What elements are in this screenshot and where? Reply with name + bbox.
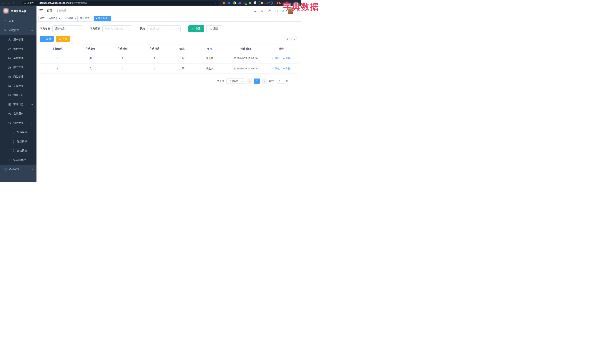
hamburger-icon[interactable] [39, 10, 43, 12]
chevron-down-icon [177, 28, 179, 30]
edit-link[interactable]: 修改 [272, 57, 280, 60]
app-logo-image [3, 8, 9, 14]
sidebar-item-label: 字典管理 [13, 84, 23, 88]
table-tools [284, 36, 298, 42]
header-search-icon[interactable] [253, 9, 257, 12]
edit-icon [272, 57, 274, 59]
sidebar-item-dict-management[interactable]: 字典管理 [0, 81, 36, 91]
browser-forward-icon[interactable]: → [7, 2, 10, 4]
page-suffix-label: 页 [286, 79, 288, 83]
export-button[interactable]: 导出 [56, 36, 70, 42]
dict-name-select[interactable]: 用户性别 [53, 25, 82, 32]
prev-page-button[interactable]: ‹ [247, 79, 252, 84]
sidebar-item-label: 错误码管理 [13, 158, 26, 162]
github-icon[interactable] [260, 9, 264, 12]
table-cell: 2021-01-05 17:03:48 [226, 63, 265, 74]
sidebar-item-notice[interactable]: 通知公告 [0, 91, 36, 100]
toggle-search-button[interactable] [284, 36, 290, 42]
extension-gem-icon[interactable] [228, 1, 231, 5]
sidebar-item-infrastructure[interactable]: 基础设施 [0, 165, 36, 174]
reset-button[interactable]: 重置 [206, 25, 222, 32]
sidebar-item-label: 菜单管理 [13, 56, 23, 60]
browser-home-icon[interactable]: ⌂ [18, 2, 19, 4]
delete-link[interactable]: 删除 [283, 57, 291, 60]
app-logo-row[interactable]: 芋道管理系统 [0, 6, 36, 16]
sidebar-item-audit-log[interactable]: 审计日志 [0, 100, 36, 109]
delete-link[interactable]: 删除 [283, 67, 291, 70]
browser-reload-icon[interactable]: ⟳ [13, 2, 15, 4]
extension-stats-icon[interactable] [238, 1, 241, 5]
url-text[interactable]: dashboard.yudao.iocoder.cn/dict/type/dat… [39, 2, 87, 4]
sidebar-item-dept-management[interactable]: 部门管理 [0, 63, 36, 72]
extension-check-icon[interactable]: ✓ [233, 1, 236, 5]
sidebar-item-home[interactable]: 首页 [0, 16, 36, 26]
close-icon[interactable]: × [75, 17, 76, 20]
tag-tab-字典数据[interactable]: 字典数据× [94, 16, 111, 21]
table-cell-actions: 修改删除 [265, 53, 298, 63]
close-icon[interactable]: × [59, 17, 60, 20]
edit-icon [272, 67, 274, 70]
close-icon[interactable]: × [108, 17, 110, 20]
tag-label: 短信日志 [49, 17, 58, 20]
sidebar-item-error-code[interactable]: 错误码管理 [0, 155, 36, 165]
sidebar-item-sms-log[interactable]: 短信日志 [0, 146, 36, 155]
profile-paused-chip[interactable]: 已暂停 [259, 1, 273, 5]
breadcrumb: 首页 / 字典数据 [47, 9, 66, 12]
refresh-icon [210, 28, 212, 30]
user-icon [8, 38, 11, 41]
table-cell: 男 [75, 53, 107, 63]
tag-tab-首页[interactable]: 首页 [38, 16, 46, 21]
page-number-1[interactable]: 1 [254, 79, 260, 84]
tree-icon [8, 66, 11, 69]
overlay-page-title: 字典数据 [283, 1, 301, 13]
search-button[interactable]: 搜索 [188, 25, 204, 32]
add-button[interactable]: 新增 [40, 36, 54, 42]
status-select[interactable]: 数据状态 [147, 25, 181, 32]
phone-icon [12, 140, 15, 143]
filter-form: 字典名称 用户性别 字典标签 状态 数据状态 搜索 [40, 25, 298, 32]
bookmark-star-icon[interactable]: ☆ [215, 2, 217, 4]
tag-label: 短信模板 [64, 17, 73, 20]
chevron-down-icon [78, 28, 80, 30]
url-bar[interactable]: ⚠ 不安全 dashboard.yudao.iocoder.cn/dict/ty… [22, 0, 219, 5]
breadcrumb-home[interactable]: 首页 [47, 9, 52, 12]
help-icon[interactable] [268, 9, 271, 12]
close-icon[interactable]: × [90, 17, 92, 20]
goto-page-input[interactable] [276, 79, 284, 84]
sidebar-item-label: 短信模板 [17, 140, 27, 143]
sidebar-item-system-management[interactable]: 系统管理 [0, 26, 36, 35]
next-page-button[interactable]: › [262, 79, 267, 84]
extension-on-icon[interactable]: on [243, 1, 246, 5]
sidebar-item-user-management[interactable]: 用户管理 [0, 35, 36, 44]
sidebar-item-sms-template[interactable]: 短信模板 [0, 137, 36, 146]
sidebar-item-sms-management[interactable]: 短信管理 [0, 118, 36, 128]
extension-donut-icon[interactable] [223, 1, 226, 5]
page-size-select[interactable]: 10条/页 [226, 79, 245, 84]
tags-view-bar: 首页短信日志×短信模板×字典管理×字典数据× [36, 15, 301, 22]
sidebar-item-label: 审计日志 [13, 103, 23, 106]
column-header: 字典标签 [75, 44, 107, 53]
extension-leaf-icon[interactable] [248, 1, 252, 5]
browser-back-icon[interactable]: ← [2, 2, 5, 4]
tag-tab-短信日志[interactable]: 短信日志× [47, 16, 62, 21]
tag-tab-短信模板[interactable]: 短信模板× [63, 16, 78, 21]
edit-link[interactable]: 修改 [272, 67, 280, 70]
sidebar-item-sms-channel[interactable]: 短信渠道 [0, 128, 36, 137]
table-cell: 女 [75, 63, 107, 74]
column-header: 创建时间 [226, 44, 265, 53]
refresh-table-button[interactable] [291, 36, 297, 42]
dict-label-input[interactable] [105, 27, 129, 30]
sidebar-item-role-management[interactable]: 角色管理 [0, 44, 36, 53]
extensions-puzzle-icon[interactable] [254, 1, 257, 5]
fullscreen-icon[interactable] [275, 9, 278, 12]
table-cell: 1 [40, 53, 75, 63]
post-icon [8, 75, 11, 78]
sidebar-item-post-management[interactable]: 岗位管理 [0, 72, 36, 81]
sidebar-item-online-users[interactable]: 在线用户 [0, 109, 36, 118]
table-cell: 2 [40, 63, 75, 74]
tag-tab-字典管理[interactable]: 字典管理× [78, 16, 93, 21]
phone-icon [12, 149, 15, 152]
status-placeholder: 数据状态 [150, 27, 161, 30]
chevron-down-icon [242, 80, 243, 82]
sidebar-item-menu-management[interactable]: 菜单管理 [0, 53, 36, 63]
